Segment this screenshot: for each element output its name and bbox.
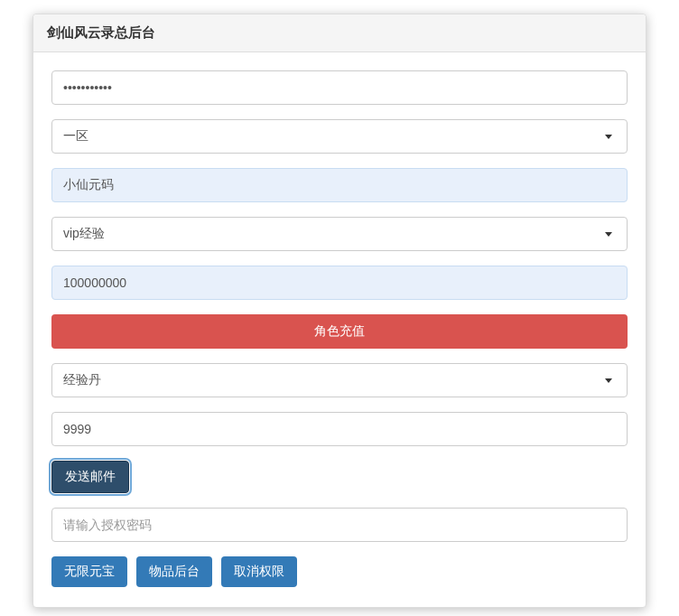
- zone-select[interactable]: 一区: [51, 119, 628, 154]
- item-select-value: 经验丹: [63, 372, 101, 388]
- recharge-amount-input[interactable]: [51, 266, 628, 300]
- recharge-type-value: vip经验: [63, 226, 105, 242]
- recharge-button[interactable]: 角色充值: [51, 314, 628, 349]
- password-input[interactable]: [51, 70, 628, 105]
- chevron-down-icon: [605, 232, 612, 237]
- admin-panel: 剑仙风云录总后台 一区 vip经验: [33, 14, 646, 608]
- bottom-button-row: 无限元宝 物品后台 取消权限: [51, 556, 628, 587]
- panel-body: 一区 vip经验 角色充值 经验丹: [33, 52, 646, 607]
- chevron-down-icon: [605, 378, 612, 383]
- chevron-down-icon: [605, 135, 612, 139]
- item-backend-button[interactable]: 物品后台: [136, 556, 212, 587]
- item-select[interactable]: 经验丹: [51, 363, 628, 397]
- item-quantity-input[interactable]: [51, 412, 628, 446]
- zone-select-value: 一区: [63, 128, 88, 145]
- recharge-type-select[interactable]: vip经验: [51, 217, 628, 251]
- unlimited-yuanbao-button[interactable]: 无限元宝: [51, 556, 127, 587]
- panel-header: 剑仙风云录总后台: [33, 14, 646, 52]
- cancel-permission-button[interactable]: 取消权限: [221, 556, 297, 587]
- auth-password-input[interactable]: [51, 508, 628, 542]
- send-mail-button[interactable]: 发送邮件: [51, 461, 129, 493]
- panel-title: 剑仙风云录总后台: [47, 24, 632, 42]
- character-name-input[interactable]: [51, 168, 628, 202]
